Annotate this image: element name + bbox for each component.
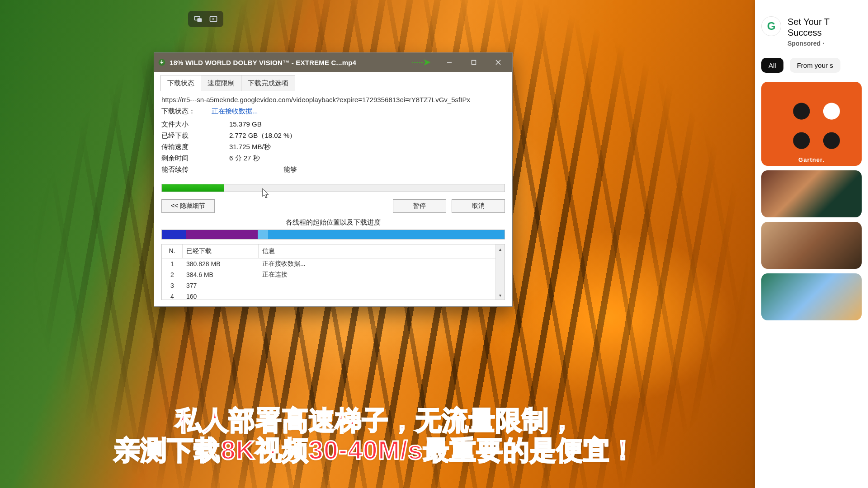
sponsored-ad[interactable]: G Set Your T Success Sponsored · <box>755 16 868 58</box>
col-n-header[interactable]: N. <box>162 244 183 258</box>
hide-details-button[interactable]: << 隐藏细节 <box>161 199 215 213</box>
file-size-value: 15.379 GB <box>229 120 505 129</box>
cell-n: 1 <box>162 260 183 267</box>
thumb-4[interactable] <box>761 273 862 320</box>
progress-bar <box>161 184 505 192</box>
pause-button[interactable]: 暂停 <box>393 199 446 213</box>
table-row[interactable]: 1380.828 MB正在接收数据... <box>162 258 505 269</box>
cell-info: 正在连接 <box>259 271 505 279</box>
ad-title-1: Set Your T <box>788 16 830 27</box>
col-downloaded-header[interactable]: 已经下载 <box>183 244 259 258</box>
cancel-button[interactable]: 取消 <box>452 199 505 213</box>
segment <box>162 230 186 239</box>
tab-speed-limit[interactable]: 速度限制 <box>201 75 241 91</box>
col-info-header[interactable]: 信息 <box>259 244 505 258</box>
youtube-sidebar: G Set Your T Success Sponsored · All Fro… <box>755 0 868 488</box>
maximize-button[interactable] <box>463 53 484 72</box>
download-url: https://rr5---sn-a5meknde.googlevideo.co… <box>160 91 506 105</box>
transfer-rate-value: 31.725 MB/秒 <box>229 143 505 151</box>
tab-bar: 下载状态 速度限制 下载完成选项 <box>160 75 506 91</box>
segment <box>186 230 258 239</box>
transfer-rate-label: 传输速度 <box>161 143 229 151</box>
table-row[interactable]: 3377 <box>162 280 505 291</box>
segment <box>268 230 505 239</box>
close-button[interactable] <box>488 53 509 72</box>
threads-title: 各线程的起始位置以及下载进度 <box>160 218 506 227</box>
ad-sponsored: Sponsored · <box>788 40 830 47</box>
media-toolbar <box>188 11 223 27</box>
titlebar[interactable]: 18% WILD WORLD DOLBY VISION™ - EXTREME C… <box>154 53 512 72</box>
cell-downloaded: 384.6 MB <box>183 271 259 278</box>
download-dialog: 18% WILD WORLD DOLBY VISION™ - EXTREME C… <box>154 52 513 307</box>
file-size-label: 文件大小 <box>161 120 229 129</box>
minimize-button[interactable] <box>439 53 460 72</box>
ad-title-2: Success <box>788 27 830 38</box>
pip-icon[interactable] <box>192 13 204 25</box>
thumb-2[interactable] <box>761 170 862 217</box>
chip-all[interactable]: All <box>761 58 783 73</box>
window-title: 18% WILD WORLD DOLBY VISION™ - EXTREME C… <box>170 59 356 66</box>
details-grid: 文件大小 15.379 GB 已经下载 2.772 GB（18.02 %） 传输… <box>160 117 506 176</box>
downloaded-label: 已经下载 <box>161 131 229 140</box>
svg-rect-5 <box>472 61 476 65</box>
cell-n: 2 <box>162 271 183 278</box>
cell-n: 3 <box>162 282 183 289</box>
time-left-value: 6 分 27 秒 <box>229 154 505 163</box>
table-row[interactable]: 2384.6 MB正在连接 <box>162 269 505 280</box>
status-value: 正在接收数据... <box>212 107 258 116</box>
thumb-gartner[interactable]: Gartner. <box>761 82 862 166</box>
downloaded-value: 2.772 GB（18.02 %） <box>229 131 505 140</box>
cell-downloaded: 380.828 MB <box>183 260 259 267</box>
thumb-3[interactable] <box>761 222 862 269</box>
play-next-icon[interactable] <box>207 13 220 25</box>
threads-table: N. 已经下载 信息 1380.828 MB正在接收数据...2384.6 MB… <box>161 244 505 300</box>
thumb-gartner-label: Gartner. <box>761 156 862 163</box>
cell-downloaded: 160 <box>183 293 259 300</box>
segment <box>258 230 268 239</box>
svg-rect-1 <box>198 19 201 22</box>
status-line: 下载状态： 正在接收数据... <box>160 105 506 117</box>
tab-status[interactable]: 下载状态 <box>160 75 201 91</box>
app-icon <box>158 58 166 66</box>
transfer-arrow-icon: ➤ <box>423 56 431 68</box>
cell-downloaded: 377 <box>183 282 259 289</box>
table-row[interactable]: 4160 <box>162 291 505 300</box>
resume-value: 能够 <box>229 165 505 174</box>
scroll-down-icon[interactable]: ▾ <box>496 291 505 300</box>
progress-fill <box>162 184 224 192</box>
tab-on-complete[interactable]: 下载完成选项 <box>241 75 295 91</box>
filter-chips: All From your s <box>755 58 868 77</box>
table-scrollbar[interactable]: ▴ ▾ <box>495 244 505 300</box>
chip-from-your[interactable]: From your s <box>790 58 840 73</box>
scroll-up-icon[interactable]: ▴ <box>496 244 505 253</box>
cell-n: 4 <box>162 293 183 300</box>
resume-label: 能否续传 <box>161 165 229 174</box>
cell-info: 正在接收数据... <box>259 260 505 268</box>
status-label: 下载状态： <box>161 107 195 116</box>
grammarly-logo-icon: G <box>761 16 781 36</box>
time-left-label: 剩余时间 <box>161 154 229 163</box>
segment-bar <box>161 230 505 239</box>
